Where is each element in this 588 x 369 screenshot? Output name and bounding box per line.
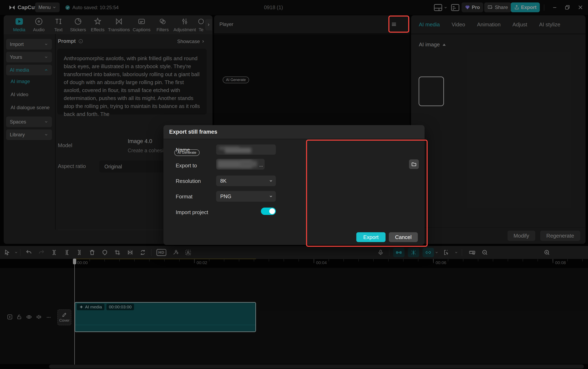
import-project-label: Import project	[176, 209, 208, 216]
resolution-label: Resolution	[176, 178, 201, 184]
annotation-player-menu	[388, 16, 409, 33]
path-ellipsis: ...	[259, 162, 263, 168]
chevron-down-icon	[269, 194, 273, 198]
format-value: PNG	[220, 193, 231, 199]
import-project-toggle[interactable]	[261, 208, 276, 215]
format-label: Format	[176, 193, 192, 200]
chevron-down-icon	[269, 179, 273, 183]
export-path-input[interactable]: ...	[216, 159, 265, 170]
redacted-text	[225, 148, 251, 153]
name-input[interactable]	[216, 144, 276, 155]
export-to-label: Export to	[176, 162, 197, 169]
toggle-knob	[269, 208, 275, 214]
name-label: Name	[176, 147, 190, 153]
resolution-value: 8K	[220, 178, 227, 184]
redacted-text	[241, 161, 257, 167]
resolution-select[interactable]: 8K	[216, 176, 276, 186]
dialog-title: Export still frames	[163, 125, 425, 139]
capcut-app: CapCut Menu Auto saved: 10:25:54 0918 (1…	[0, 0, 588, 369]
annotation-export-form	[306, 140, 428, 247]
format-select[interactable]: PNG	[216, 191, 276, 202]
